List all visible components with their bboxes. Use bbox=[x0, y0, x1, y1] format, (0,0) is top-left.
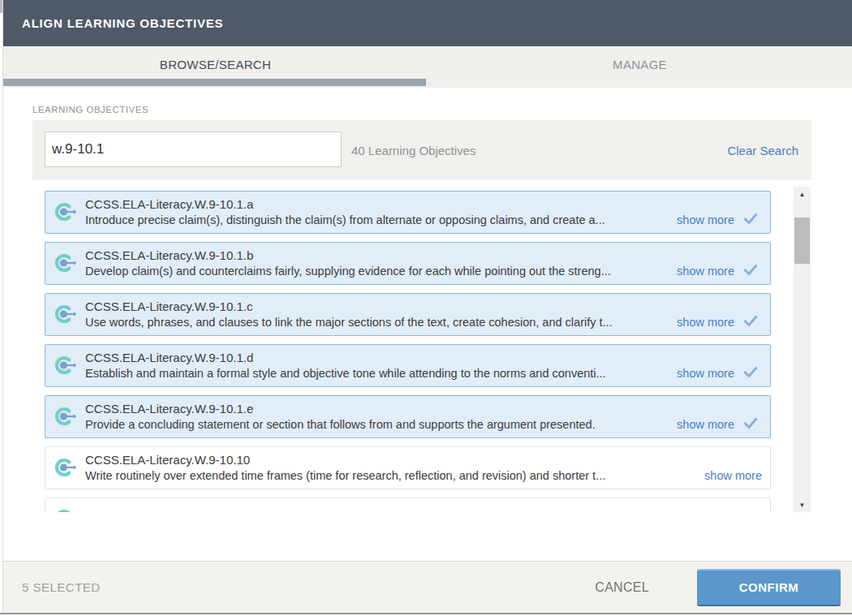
objective-description: Develop claim(s) and counterclaims fairl… bbox=[85, 263, 670, 279]
objective-row[interactable]: CCSS.ELA-Literacy.W.9-10.1.e Provide a c… bbox=[45, 395, 771, 438]
objective-description: Establish and maintain a formal style an… bbox=[85, 365, 670, 381]
objective-second-line: Use words, phrases, and clauses to link … bbox=[85, 314, 762, 330]
objective-text: CCSS.ELA-Literacy.W.9-10.1.e Provide a c… bbox=[85, 401, 770, 433]
show-more-link[interactable]: show more bbox=[677, 213, 734, 226]
objectives-list: CCSS.ELA-Literacy.W.9-10.1.a Introduce p… bbox=[45, 187, 771, 512]
dialog-bottom-edge bbox=[0, 613, 852, 614]
dialog-title: ALIGN LEARNING OBJECTIVES bbox=[3, 16, 223, 30]
cancel-button[interactable]: CANCEL bbox=[590, 579, 654, 596]
objective-code: CCSS.ELA-Literacy.W.9-10.1.b bbox=[85, 248, 762, 263]
show-more-link[interactable]: show more bbox=[677, 316, 734, 329]
align-learning-objectives-dialog: ALIGN LEARNING OBJECTIVES BROWSE/SEARCH … bbox=[0, 0, 852, 616]
result-count-label: 40 Learning Objectives bbox=[351, 120, 475, 180]
objective-description: Introduce precise claim(s), distinguish … bbox=[85, 212, 670, 228]
search-panel: 40 Learning Objectives Clear Search bbox=[32, 120, 811, 180]
active-tab-indicator bbox=[3, 79, 426, 86]
confirm-button[interactable]: CONFIRM bbox=[697, 569, 841, 606]
objective-row[interactable]: CCSS.ELA-Literacy.W.9-10.1.d Establish a… bbox=[45, 344, 771, 387]
objective-text: CCSS.ELA-Literacy.W.9-10.1.c Use words, … bbox=[85, 299, 770, 330]
objective-row[interactable]: CCSS.ELA-Literacy.W.9-10.10 Write routin… bbox=[45, 446, 771, 489]
objective-second-line: Provide a concluding statement or sectio… bbox=[85, 416, 762, 433]
objective-row[interactable]: CCSS.ELA-Literacy.W.9-10.1.b Develop cla… bbox=[45, 242, 771, 285]
objective-second-line: Develop claim(s) and counterclaims fairl… bbox=[85, 263, 762, 279]
objective-code: CCSS.ELA-Literacy.W.9-10.1.c bbox=[85, 299, 762, 314]
show-more-link[interactable]: show more bbox=[677, 418, 734, 431]
objective-code: CCSS.ELA-Literacy.W.9-10.10 bbox=[85, 452, 762, 467]
selected-count-label: 5 SELECTED bbox=[3, 580, 101, 594]
dialog-left-border bbox=[2, 0, 3, 613]
objective-description: Use words, phrases, and clauses to link … bbox=[85, 314, 670, 330]
selected-check-icon bbox=[742, 212, 759, 228]
objective-second-line: Introduce precise claim(s), distinguish … bbox=[85, 212, 762, 228]
learning-objectives-section-label: LEARNING OBJECTIVES bbox=[32, 105, 148, 114]
selected-check-icon bbox=[742, 314, 759, 330]
objective-row[interactable]: CCSS.ELA-Literacy.W.9-10.1.c Use words, … bbox=[45, 293, 771, 336]
learning-objective-target-icon bbox=[54, 508, 79, 512]
objective-description: Provide a concluding statement or sectio… bbox=[85, 416, 670, 433]
objective-text: CCSS.ELA-Literacy.W.9-10.10 Write routin… bbox=[85, 452, 770, 484]
tab-manage[interactable]: MANAGE bbox=[428, 46, 852, 88]
scrollbar-thumb[interactable] bbox=[794, 218, 810, 264]
objective-code: ELA-Literacy.W.9-10.1b bbox=[85, 511, 762, 512]
learning-objective-target-icon bbox=[54, 304, 79, 325]
dialog-footer: 5 SELECTED CANCEL CONFIRM bbox=[3, 562, 852, 613]
objective-row[interactable]: ELA-Literacy.W.9-10.1b bbox=[45, 498, 771, 512]
tab-browse-search-label: BROWSE/SEARCH bbox=[160, 58, 271, 71]
objective-text: CCSS.ELA-Literacy.W.9-10.1.a Introduce p… bbox=[85, 196, 770, 228]
learning-objective-target-icon bbox=[54, 201, 79, 223]
selected-check-icon bbox=[742, 263, 759, 279]
objective-code: CCSS.ELA-Literacy.W.9-10.1.a bbox=[85, 196, 762, 212]
objective-code: CCSS.ELA-Literacy.W.9-10.1.d bbox=[85, 350, 762, 365]
objective-text: CCSS.ELA-Literacy.W.9-10.1.d Establish a… bbox=[85, 350, 770, 381]
dialog-header: ALIGN LEARNING OBJECTIVES bbox=[3, 0, 852, 46]
objective-code: CCSS.ELA-Literacy.W.9-10.1.e bbox=[85, 401, 762, 416]
objective-second-line: Write routinely over extended time frame… bbox=[85, 467, 762, 484]
objective-text: CCSS.ELA-Literacy.W.9-10.1.b Develop cla… bbox=[85, 248, 770, 279]
objective-description: Write routinely over extended time frame… bbox=[85, 467, 698, 484]
clear-search-link[interactable]: Clear Search bbox=[727, 120, 798, 180]
show-more-link[interactable]: show more bbox=[704, 469, 762, 482]
selected-check-icon bbox=[742, 416, 759, 433]
selected-check-icon bbox=[742, 365, 759, 381]
scroll-down-arrow-icon[interactable]: ▼ bbox=[794, 498, 811, 512]
objective-second-line: Establish and maintain a formal style an… bbox=[85, 365, 762, 381]
show-more-link[interactable]: show more bbox=[677, 265, 734, 278]
search-input[interactable] bbox=[45, 131, 342, 167]
learning-objective-target-icon bbox=[54, 355, 79, 377]
learning-objective-target-icon bbox=[54, 457, 79, 479]
scroll-up-arrow-icon[interactable]: ▲ bbox=[794, 187, 811, 201]
learning-objective-target-icon bbox=[54, 406, 79, 428]
tab-manage-label: MANAGE bbox=[613, 58, 667, 71]
objective-text: ELA-Literacy.W.9-10.1b bbox=[85, 511, 770, 512]
show-more-link[interactable]: show more bbox=[677, 367, 734, 380]
list-scrollbar[interactable]: ▲ ▼ bbox=[794, 187, 811, 512]
learning-objective-target-icon bbox=[54, 252, 79, 274]
objective-row[interactable]: CCSS.ELA-Literacy.W.9-10.1.a Introduce p… bbox=[45, 191, 771, 234]
